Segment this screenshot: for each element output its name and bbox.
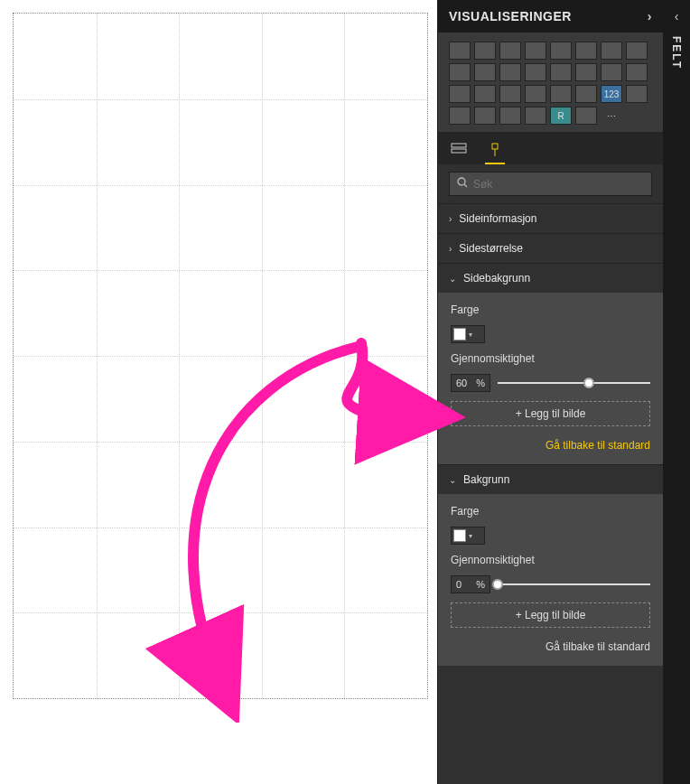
viz-stacked-area-icon[interactable] <box>449 63 471 81</box>
color-label: Farge <box>451 303 650 316</box>
viz-100-bar-icon[interactable] <box>550 42 572 60</box>
transparency-value-box[interactable]: 60 % <box>451 374 490 392</box>
viz-line-column2-icon[interactable] <box>499 63 521 81</box>
svg-rect-0 <box>452 144 466 147</box>
viz-multirow-icon[interactable]: 123 <box>601 85 622 103</box>
section-page-background[interactable]: ⌄ Sidebakgrunn <box>438 263 663 293</box>
section-page-size[interactable]: › Sidestørrelse <box>438 233 663 263</box>
visualizations-panel: VISUALISERINGER › 123 <box>437 0 663 784</box>
viz-100-column-icon[interactable] <box>575 42 597 60</box>
color-swatch <box>453 328 466 341</box>
color-swatch <box>453 529 466 542</box>
transparency-slider[interactable] <box>498 377 650 389</box>
svg-rect-1 <box>452 149 466 153</box>
section-label: Sidebakgrunn <box>463 272 530 285</box>
section-label: Sideinformasjon <box>459 212 536 225</box>
viz-donut-icon[interactable] <box>626 63 648 81</box>
search-icon <box>457 177 468 191</box>
viz-more-icon[interactable]: ⋯ <box>601 107 622 125</box>
viz-r-icon[interactable]: R <box>550 107 572 125</box>
expand-icon[interactable]: ‹ <box>675 9 679 23</box>
caret-down-icon: ▾ <box>469 331 472 339</box>
collapsed-panel-title: FELT <box>670 36 683 70</box>
section-page-info[interactable]: › Sideinformasjon <box>438 203 663 233</box>
reset-to-default-link[interactable]: Gå tilbake til standard <box>451 435 650 452</box>
viz-card-icon[interactable] <box>575 85 597 103</box>
panel-tabs <box>438 132 663 164</box>
search-input[interactable] <box>473 178 644 191</box>
viz-stacked-column-icon[interactable] <box>474 42 496 60</box>
viz-line-column-icon[interactable] <box>474 63 496 81</box>
chevron-right-icon: › <box>449 214 452 224</box>
viz-map-icon[interactable] <box>474 85 496 103</box>
panel-header: VISUALISERINGER › <box>438 0 663 33</box>
viz-filled-map-icon[interactable] <box>499 85 521 103</box>
viz-clustered-bar-icon[interactable] <box>499 42 521 60</box>
viz-scatter-icon[interactable] <box>575 63 597 81</box>
color-picker[interactable]: ▾ <box>451 527 485 545</box>
chevron-down-icon: ⌄ <box>449 274 456 284</box>
viz-clustered-column-icon[interactable] <box>525 42 546 60</box>
viz-waterfall-icon[interactable] <box>550 63 572 81</box>
viz-funnel-icon[interactable] <box>525 85 546 103</box>
add-image-button[interactable]: + Legg til bilde <box>451 602 650 628</box>
reset-to-default-link[interactable]: Gå tilbake til standard <box>451 637 650 653</box>
report-page[interactable] <box>13 13 428 699</box>
section-page-background-body: Farge ▾ Gjennomsiktighet 60 % + Legg til… <box>438 293 663 464</box>
section-background[interactable]: ⌄ Bakgrunn <box>438 464 663 494</box>
section-label: Sidestørrelse <box>459 242 523 255</box>
svg-line-5 <box>464 184 467 187</box>
viz-table2-icon[interactable] <box>525 107 546 125</box>
add-image-button[interactable]: + Legg til bilde <box>451 401 650 426</box>
transparency-value: 0 <box>456 579 462 590</box>
viz-area-icon[interactable] <box>626 42 648 60</box>
panel-title: VISUALISERINGER <box>449 9 572 23</box>
svg-point-4 <box>458 178 465 185</box>
section-background-body: Farge ▾ Gjennomsiktighet 0 % + Legg til … <box>438 494 663 666</box>
transparency-label: Gjennomsiktighet <box>451 352 650 365</box>
viz-pie-icon[interactable] <box>601 63 622 81</box>
viz-matrix-icon[interactable] <box>499 107 521 125</box>
viz-stacked-bar-icon[interactable] <box>449 42 471 60</box>
report-canvas[interactable] <box>0 0 437 784</box>
transparency-unit: % <box>476 378 485 388</box>
viz-slicer-icon[interactable] <box>449 107 471 125</box>
chevron-right-icon: › <box>449 244 452 254</box>
format-tab[interactable] <box>485 137 505 164</box>
viz-gauge-icon[interactable] <box>550 85 572 103</box>
fields-panel-collapsed: ‹ FELT <box>663 0 690 784</box>
svg-rect-2 <box>492 144 498 149</box>
viz-treemap-icon[interactable] <box>449 85 471 103</box>
chevron-down-icon: ⌄ <box>449 475 456 485</box>
transparency-unit: % <box>476 579 485 590</box>
viz-line-icon[interactable] <box>601 42 622 60</box>
color-picker[interactable]: ▾ <box>451 325 485 343</box>
caret-down-icon: ▾ <box>469 532 472 540</box>
transparency-value: 60 <box>456 378 467 388</box>
viz-gallery: 123 R ⋯ <box>438 33 663 132</box>
fields-tab[interactable] <box>449 137 469 164</box>
viz-ribbon-icon[interactable] <box>525 63 546 81</box>
section-label: Bakgrunn <box>463 473 509 486</box>
transparency-slider[interactable] <box>498 578 650 591</box>
color-label: Farge <box>451 505 650 518</box>
search-input-wrapper[interactable] <box>449 172 652 196</box>
viz-kpi-icon[interactable] <box>626 85 648 103</box>
transparency-value-box[interactable]: 0 % <box>451 575 490 593</box>
collapse-icon[interactable]: › <box>648 9 652 23</box>
transparency-label: Gjennomsiktighet <box>451 554 650 566</box>
viz-arcgis-icon[interactable] <box>575 107 597 125</box>
viz-table-icon[interactable] <box>474 107 496 125</box>
